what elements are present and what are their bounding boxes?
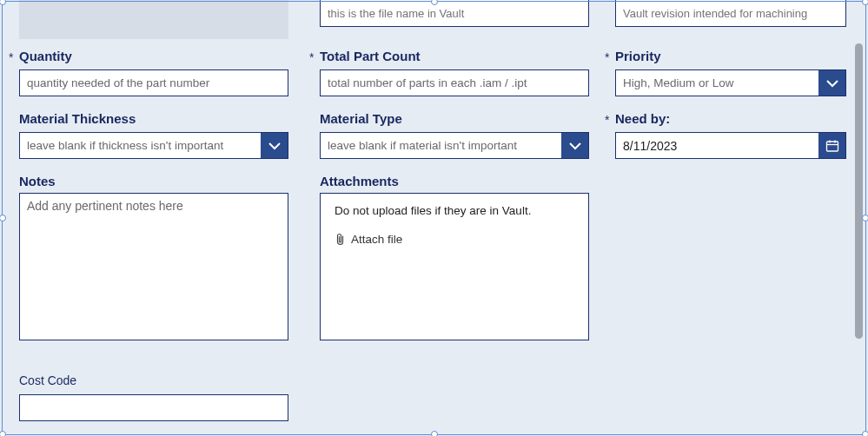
grey-placeholder-block — [19, 0, 288, 39]
quantity-label: Quantity — [19, 49, 288, 63]
priority-placeholder: High, Medium or Low — [616, 76, 818, 89]
attach-file-button[interactable]: Attach file — [335, 233, 574, 246]
attachments-label: Attachments — [320, 174, 589, 188]
required-marker: * — [605, 50, 609, 64]
chevron-down-icon — [261, 133, 288, 158]
material-type-placeholder: leave blank if material isn't important — [321, 139, 561, 152]
material-type-select[interactable]: leave blank if material isn't important — [320, 132, 589, 159]
svg-rect-0 — [826, 142, 838, 151]
form-canvas: * Quantity * Total Part Count * Priority… — [0, 0, 868, 436]
chevron-down-icon — [818, 70, 845, 96]
need-by-date-input[interactable]: 8/11/2023 — [615, 132, 846, 159]
priority-label: Priority — [615, 49, 846, 63]
attach-file-label: Attach file — [351, 233, 402, 246]
chevron-down-icon — [561, 133, 588, 158]
material-type-label: Material Type — [320, 111, 589, 126]
vault-revision-input[interactable] — [615, 0, 846, 27]
required-marker: * — [9, 50, 13, 64]
calendar-icon — [818, 133, 845, 158]
need-by-label: Need by: — [615, 111, 846, 126]
paperclip-icon — [335, 233, 346, 246]
scrollbar-track[interactable] — [855, 43, 863, 397]
cost-code-input[interactable] — [19, 394, 288, 421]
file-name-input[interactable] — [320, 0, 589, 27]
attachments-note: Do not upload files if they are in Vault… — [335, 204, 574, 217]
material-thickness-label: Material Thickness — [19, 111, 288, 126]
total-part-count-input[interactable] — [320, 69, 589, 96]
material-thickness-placeholder: leave blank if thickness isn't important — [20, 139, 261, 152]
need-by-value: 8/11/2023 — [616, 139, 818, 153]
required-marker: * — [309, 50, 314, 64]
required-marker: * — [605, 113, 609, 127]
total-part-count-label: Total Part Count — [320, 49, 589, 63]
notes-label: Notes — [19, 174, 288, 188]
scrollbar-thumb[interactable] — [855, 43, 863, 339]
material-thickness-select[interactable]: leave blank if thickness isn't important — [19, 132, 288, 159]
cost-code-label: Cost Code — [19, 373, 288, 387]
attachments-box: Do not upload files if they are in Vault… — [320, 193, 589, 340]
priority-select[interactable]: High, Medium or Low — [615, 69, 846, 96]
notes-textarea[interactable] — [19, 193, 288, 340]
quantity-input[interactable] — [19, 69, 288, 96]
